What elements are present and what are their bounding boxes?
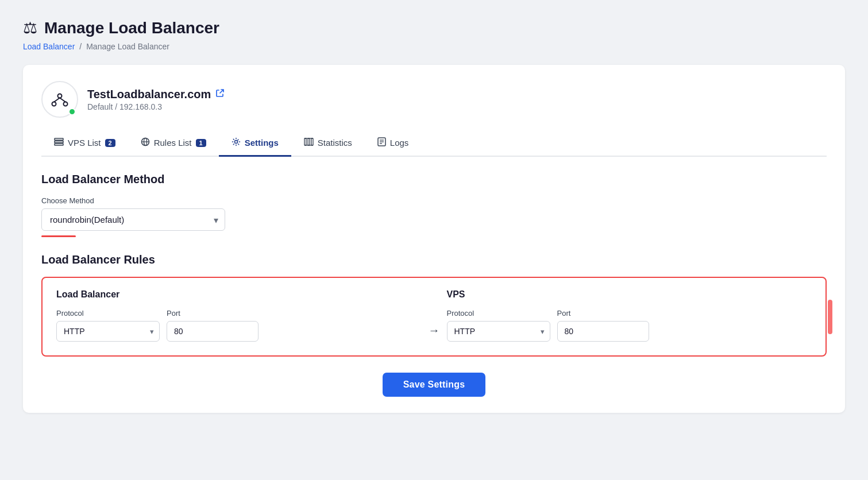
svg-rect-13 [308,138,310,145]
svg-point-2 [64,102,68,106]
page-title: Manage Load Balancer [44,19,219,37]
tab-statistics[interactable]: Statistics [291,132,365,156]
tab-logs-label: Logs [390,138,409,148]
method-field-label: Choose Method [41,196,827,205]
rules-section: Load Balancer Rules Load Balancer Protoc… [41,253,827,357]
tab-rules-list[interactable]: Rules List 1 [128,131,219,157]
lb-protocol-group: Protocol HTTP HTTPS TCP UDP ▾ [56,309,160,342]
vps-fields: Protocol HTTP HTTPS TCP UDP ▾ [447,309,812,342]
svg-rect-6 [55,141,63,143]
svg-rect-5 [55,138,63,140]
tab-settings-label: Settings [245,138,279,148]
globe-icon [141,137,150,148]
rules-box: Load Balancer Protocol HTTP HTTPS TCP UD [41,277,827,357]
lb-col-title: Load Balancer [56,289,422,300]
lb-port-label: Port [167,309,259,318]
svg-line-4 [60,98,65,102]
lb-header: TestLoadbalancer.com Default / 192.168.0… [41,81,827,118]
tab-vps-list[interactable]: VPS List 2 [41,132,128,156]
breadcrumb-link[interactable]: Load Balancer [23,42,75,51]
save-button-row: Save Settings [41,373,827,397]
vps-protocol-group: Protocol HTTP HTTPS TCP UDP ▾ [447,309,550,342]
rules-columns: Load Balancer Protocol HTTP HTTPS TCP UD [56,289,812,342]
method-section: Load Balancer Method Choose Method round… [41,173,827,237]
save-settings-button[interactable]: Save Settings [383,373,486,397]
lb-protocol-select[interactable]: HTTP HTTPS TCP UDP [56,321,160,342]
method-section-title: Load Balancer Method [41,173,827,186]
vps-protocol-select-wrapper: HTTP HTTPS TCP UDP ▾ [447,321,550,342]
lb-name: TestLoadbalancer.com [87,88,225,101]
vps-port-input[interactable] [557,321,649,342]
lb-protocol-select-wrapper: HTTP HTTPS TCP UDP ▾ [56,321,160,342]
svg-rect-7 [55,144,63,145]
logs-icon [377,137,386,148]
scrollbar-indicator [828,300,832,334]
breadcrumb: Load Balancer / Manage Load Balancer [23,42,845,51]
tab-logs[interactable]: Logs [365,131,422,157]
avatar [41,81,78,118]
rules-section-title: Load Balancer Rules [41,253,827,266]
lb-port-input[interactable] [167,321,259,342]
vps-port-group: Port [557,309,649,342]
vps-list-badge: 2 [105,139,115,147]
breadcrumb-current: Manage Load Balancer [86,42,169,51]
tab-settings[interactable]: Settings [219,131,291,157]
vps-port-label: Port [557,309,649,318]
vps-protocol-select[interactable]: HTTP HTTPS TCP UDP [447,321,550,342]
vps-col-title: VPS [447,289,812,300]
vps-column: VPS Protocol HTTP HTTPS TCP UDP [447,289,812,342]
method-underline [41,235,76,237]
svg-line-3 [54,98,60,102]
status-dot [68,108,76,115]
lb-avatar-icon [51,90,69,109]
list-icon [54,138,64,148]
external-link-icon[interactable] [215,88,225,100]
lb-name-block: TestLoadbalancer.com Default / 192.168.0… [87,88,225,111]
lb-column: Load Balancer Protocol HTTP HTTPS TCP UD [56,289,422,342]
page-header: ⚖ Manage Load Balancer [23,18,845,37]
method-select[interactable]: roundrobin(Default) leastconn source [41,208,225,231]
rules-list-badge: 1 [196,139,206,147]
svg-rect-12 [304,138,306,145]
svg-point-0 [58,94,62,98]
lb-name-text: TestLoadbalancer.com [87,88,211,101]
lb-subtitle: Default / 192.168.0.3 [87,102,225,111]
arrow-separator: → [422,324,447,342]
svg-point-11 [234,141,237,144]
gear-icon [232,137,241,148]
main-card: TestLoadbalancer.com Default / 192.168.0… [23,65,845,413]
method-select-wrapper: roundrobin(Default) leastconn source ▾ [41,208,225,231]
lb-fields: Protocol HTTP HTTPS TCP UDP ▾ [56,309,422,342]
page-title-icon: ⚖ [23,18,37,37]
tab-rules-list-label: Rules List [154,138,192,148]
svg-rect-14 [311,138,313,145]
statistics-icon [304,138,314,148]
tabs: VPS List 2 Rules List 1 [41,131,827,157]
vps-protocol-label: Protocol [447,309,550,318]
svg-point-1 [52,102,56,106]
breadcrumb-separator: / [79,42,82,51]
tab-statistics-label: Statistics [318,138,352,148]
lb-port-group: Port [167,309,259,342]
lb-protocol-label: Protocol [56,309,160,318]
tab-vps-list-label: VPS List [68,138,101,148]
